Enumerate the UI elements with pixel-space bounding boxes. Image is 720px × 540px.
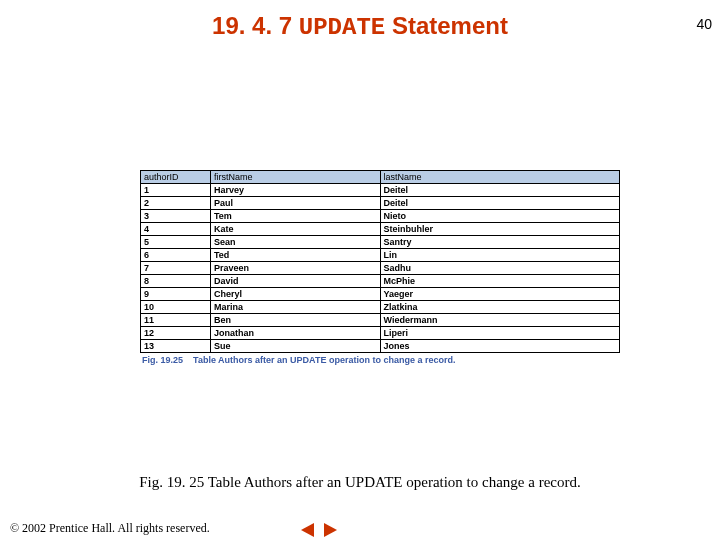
table-cell: Lin [380, 249, 619, 262]
svg-marker-0 [301, 523, 314, 537]
table-cell: Yaeger [380, 288, 619, 301]
table-cell: Sean [210, 236, 380, 249]
table-cell: Kate [210, 223, 380, 236]
table-cell: Steinbuhler [380, 223, 619, 236]
table-row: 11BenWiedermann [141, 314, 620, 327]
table-cell: 12 [141, 327, 211, 340]
figure-inner-caption-lead: Fig. 19.25 [142, 355, 183, 365]
title-keyword: UPDATE [299, 14, 385, 41]
table-cell: Liperi [380, 327, 619, 340]
table-cell: Sadhu [380, 262, 619, 275]
table-cell: Marina [210, 301, 380, 314]
table-row: 13SueJones [141, 340, 620, 353]
triangle-left-icon [300, 522, 316, 538]
table-cell: 3 [141, 210, 211, 223]
table-cell: Wiedermann [380, 314, 619, 327]
table-cell: 10 [141, 301, 211, 314]
next-button[interactable] [322, 522, 338, 538]
col-firstname: firstName [210, 171, 380, 184]
table-cell: 13 [141, 340, 211, 353]
table-cell: Ben [210, 314, 380, 327]
table-row: 10MarinaZlatkina [141, 301, 620, 314]
table-cell: 11 [141, 314, 211, 327]
copyright-footer: © 2002 Prentice Hall. All rights reserve… [10, 521, 210, 536]
table-row: 8DavidMcPhie [141, 275, 620, 288]
table-cell: Deitel [380, 197, 619, 210]
table-row: 5SeanSantry [141, 236, 620, 249]
slide: 40 19. 4. 7 UPDATE Statement authorID fi… [0, 12, 720, 540]
table-cell: 1 [141, 184, 211, 197]
table-cell: 7 [141, 262, 211, 275]
table-row: 12JonathanLiperi [141, 327, 620, 340]
table-cell: Deitel [380, 184, 619, 197]
table-cell: Santry [380, 236, 619, 249]
figure-inner-caption: Fig. 19.25 Table Authors after an UPDATE… [140, 353, 620, 365]
table-header-row: authorID firstName lastName [141, 171, 620, 184]
triangle-right-icon [322, 522, 338, 538]
table-cell: David [210, 275, 380, 288]
table-cell: Cheryl [210, 288, 380, 301]
table-cell: Praveen [210, 262, 380, 275]
table-cell: Harvey [210, 184, 380, 197]
table-cell: Tem [210, 210, 380, 223]
table-cell: 8 [141, 275, 211, 288]
slide-nav [300, 522, 338, 538]
table-row: 2PaulDeitel [141, 197, 620, 210]
table-cell: Ted [210, 249, 380, 262]
table-cell: 4 [141, 223, 211, 236]
table-cell: 6 [141, 249, 211, 262]
table-cell: McPhie [380, 275, 619, 288]
table-cell: Sue [210, 340, 380, 353]
table-cell: Nieto [380, 210, 619, 223]
title-rest: Statement [392, 12, 508, 39]
table-cell: Paul [210, 197, 380, 210]
col-lastname: lastName [380, 171, 619, 184]
figure: authorID firstName lastName 1HarveyDeite… [140, 170, 620, 365]
table-cell: Zlatkina [380, 301, 619, 314]
slide-title: 19. 4. 7 UPDATE Statement [0, 12, 720, 41]
table-row: 1HarveyDeitel [141, 184, 620, 197]
table-row: 6TedLin [141, 249, 620, 262]
table-cell: 9 [141, 288, 211, 301]
table-row: 3TemNieto [141, 210, 620, 223]
table-cell: Jones [380, 340, 619, 353]
title-section: 19. 4. 7 [212, 12, 292, 39]
prev-button[interactable] [300, 522, 316, 538]
table-row: 7PraveenSadhu [141, 262, 620, 275]
page-number: 40 [696, 16, 712, 32]
table-row: 9CherylYaeger [141, 288, 620, 301]
table-cell: 2 [141, 197, 211, 210]
svg-marker-1 [324, 523, 337, 537]
table-cell: 5 [141, 236, 211, 249]
col-authorid: authorID [141, 171, 211, 184]
figure-caption: Fig. 19. 25 Table Authors after an UPDAT… [0, 474, 720, 491]
table-row: 4KateSteinbuhler [141, 223, 620, 236]
table-cell: Jonathan [210, 327, 380, 340]
authors-table: authorID firstName lastName 1HarveyDeite… [140, 170, 620, 353]
figure-inner-caption-text: Table Authors after an UPDATE operation … [193, 355, 455, 365]
